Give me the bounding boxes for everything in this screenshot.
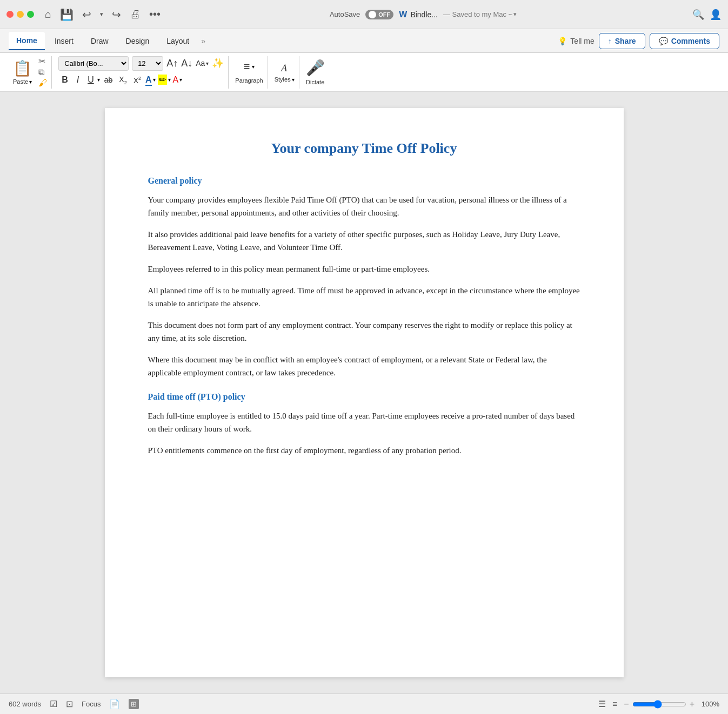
saved-dropdown-icon[interactable]: ▾ <box>513 11 517 18</box>
para-general-6: Where this document may be in conflict w… <box>148 353 580 379</box>
tab-home[interactable]: Home <box>9 32 45 50</box>
increase-font-icon[interactable]: A↑ <box>166 58 178 69</box>
doc-title-area: W Bindle... <box>399 10 438 19</box>
titlebar-center: AutoSave OFF W Bindle... — Saved to my M… <box>167 10 679 19</box>
share-label: Share <box>615 37 636 45</box>
para-general-1: Your company provides employees flexible… <box>148 193 580 219</box>
strikethrough-button[interactable]: ab <box>102 75 115 85</box>
ribbon-tabs: Home Insert Draw Design Layout » 💡 Tell … <box>0 29 728 53</box>
underline-button[interactable]: U <box>84 74 97 86</box>
print-icon[interactable]: 🖨 <box>128 6 143 23</box>
autosave-state: OFF <box>378 11 390 18</box>
read-mode-icon[interactable]: 📄 <box>109 699 120 709</box>
minimize-button[interactable] <box>17 11 24 18</box>
styles-dropdown-icon[interactable]: ▾ <box>292 77 295 83</box>
subscript-button[interactable]: X2 <box>117 74 129 86</box>
tab-design[interactable]: Design <box>118 32 157 50</box>
cut-icon[interactable]: ✂ <box>38 56 47 66</box>
comments-label: Comments <box>671 37 710 45</box>
paste-label: Paste <box>13 78 28 85</box>
statusbar: 602 words ☑ ⊡ Focus 📄 ⊞ ☰ ≡ − + 100% <box>0 693 728 714</box>
highlight-dropdown-icon[interactable]: ▾ <box>168 77 171 83</box>
tell-me-label: Tell me <box>570 37 594 45</box>
para-pto-1: Each full-time employee is entitled to 1… <box>148 409 580 435</box>
italic-button[interactable]: I <box>74 74 82 86</box>
traffic-lights <box>6 11 34 18</box>
align-justify-icon[interactable]: ≡ <box>244 60 250 73</box>
format-painter-icon[interactable]: 🖌 <box>38 78 47 88</box>
font-color-button[interactable]: A <box>145 75 152 85</box>
font-section: Calibri (Bo... 12 A↑ A↓ Aa ▾ ✨ B I U ▾ a… <box>54 56 229 89</box>
paste-dropdown-icon[interactable]: ▾ <box>29 79 32 85</box>
dictate-section: 🎤 Dictate <box>302 56 329 89</box>
dictate-icon[interactable]: 🎤 <box>306 59 325 77</box>
bold-button[interactable]: B <box>58 74 71 86</box>
paragraph-label: Paragraph <box>235 77 263 84</box>
search-icon[interactable]: 🔍 <box>692 9 704 21</box>
decrease-font-icon[interactable]: A↓ <box>181 58 192 69</box>
tab-insert[interactable]: Insert <box>47 32 81 50</box>
layout-icon[interactable]: ⊞ <box>129 699 139 709</box>
zoom-slider[interactable] <box>632 700 686 709</box>
paragraph-dropdown-icon[interactable]: ▾ <box>252 64 255 70</box>
focus-label[interactable]: Focus <box>82 700 101 708</box>
more-icon[interactable]: ••• <box>147 6 163 23</box>
save-icon[interactable]: 💾 <box>58 6 76 23</box>
close-button[interactable] <box>6 11 14 18</box>
clear-format-icon[interactable]: ✨ <box>212 57 224 69</box>
maximize-button[interactable] <box>27 11 34 18</box>
underline-dropdown-icon[interactable]: ▾ <box>97 77 100 83</box>
tab-layout[interactable]: Layout <box>159 32 197 50</box>
people-icon[interactable]: 👤 <box>710 9 722 21</box>
home-icon[interactable]: ⌂ <box>43 6 54 23</box>
text-color-button[interactable]: A <box>173 75 179 85</box>
para-general-4: All planned time off is to be mutually a… <box>148 284 580 310</box>
para-general-5: This document does not form part of any … <box>148 319 580 345</box>
document-area[interactable]: Your company Time Off Policy General pol… <box>0 92 728 693</box>
font-color-dropdown-icon[interactable]: ▾ <box>153 77 156 83</box>
zoom-in-icon[interactable]: + <box>690 699 694 709</box>
zoom-percent: 100% <box>698 700 719 708</box>
comments-icon: 💬 <box>659 37 668 45</box>
autosave-toggle[interactable]: OFF <box>365 10 393 19</box>
undo-dropdown-icon[interactable]: ▾ <box>98 9 105 20</box>
copy-icon[interactable]: ⧉ <box>38 68 47 77</box>
lightbulb-icon: 💡 <box>558 37 567 45</box>
titlebar-right: 🔍 👤 <box>692 9 722 21</box>
text-color-dropdown-icon[interactable]: ▾ <box>179 77 182 83</box>
share-button[interactable]: ↑ Share <box>599 33 645 49</box>
document-page: Your company Time Off Policy General pol… <box>105 108 624 677</box>
highlight-button[interactable]: ✏ <box>158 75 167 85</box>
chevron-right-icon: » <box>199 37 208 45</box>
change-case-dropdown[interactable]: Aa ▾ <box>196 59 209 68</box>
superscript-button[interactable]: X2 <box>131 75 143 86</box>
section-general-policy: General policy Your company provides emp… <box>148 176 580 379</box>
paragraph-section: ≡ ▾ Paragraph <box>231 56 268 89</box>
statusbar-right: ☰ ≡ − + 100% <box>598 699 719 709</box>
clipboard-icons: ✂ ⧉ 🖌 <box>38 56 47 88</box>
autosave-label: AutoSave <box>330 10 360 18</box>
clipboard-section: 📋 Paste ▾ ✂ ⧉ 🖌 <box>4 56 52 89</box>
zoom-controls: − + 100% <box>624 699 719 709</box>
list-icon[interactable]: ☰ <box>598 699 606 709</box>
document-title: Your company Time Off Policy <box>148 140 580 157</box>
comments-button[interactable]: 💬 Comments <box>650 33 719 49</box>
styles-icon[interactable]: 𝐴 <box>281 62 288 74</box>
zoom-out-icon[interactable]: − <box>624 699 629 709</box>
statusbar-left: 602 words ☑ ⊡ Focus 📄 ⊞ <box>9 699 139 709</box>
font-size-select[interactable]: 12 <box>132 56 163 71</box>
para-general-3: Employees referred to in this policy mea… <box>148 262 580 275</box>
align-center-icon[interactable]: ≡ <box>612 699 617 709</box>
heading-pto-policy: Paid time off (PTO) policy <box>148 392 580 402</box>
styles-section: 𝐴 Styles ▾ <box>270 56 299 89</box>
undo-icon[interactable]: ↩ <box>80 6 93 23</box>
font-family-select[interactable]: Calibri (Bo... <box>58 56 129 71</box>
paste-button[interactable]: 📋 Paste ▾ <box>9 57 36 87</box>
proofing-icon[interactable]: ☑ <box>50 699 57 709</box>
redo-icon[interactable]: ↪ <box>110 6 123 23</box>
tab-draw[interactable]: Draw <box>83 32 116 50</box>
focus-icon[interactable]: ⊡ <box>66 699 73 709</box>
tell-me-button[interactable]: 💡 Tell me <box>558 37 594 45</box>
word-count: 602 words <box>9 700 41 708</box>
titlebar: ⌂ 💾 ↩ ▾ ↪ 🖨 ••• AutoSave OFF W Bindle...… <box>0 0 728 29</box>
